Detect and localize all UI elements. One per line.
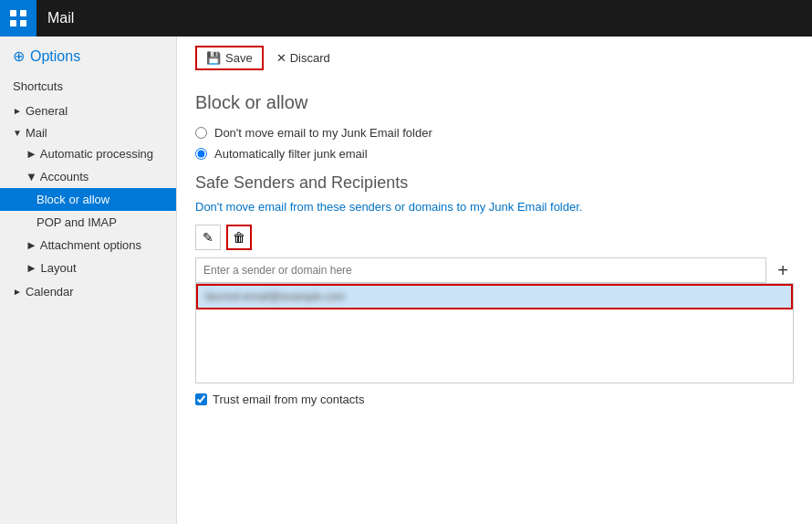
arrow-icon-layout: ► xyxy=(26,261,37,275)
radio-option-auto-filter: Automatically filter junk email xyxy=(195,147,794,161)
sidebar-auto-label: Automatic processing xyxy=(40,147,153,161)
arrow-icon-attach: ► xyxy=(26,238,37,252)
sidebar-item-accounts[interactable]: ▼ Accounts xyxy=(0,165,176,188)
radio-dont-move[interactable] xyxy=(195,127,207,139)
pencil-icon: ✎ xyxy=(203,230,213,245)
icon-row: ✎ 🗑 xyxy=(195,225,794,250)
section-title: Block or allow xyxy=(195,92,794,113)
save-label: Save xyxy=(225,51,253,65)
toolbar: 💾 Save ✕ Discard xyxy=(195,37,794,83)
arrow-icon-calendar: ► xyxy=(13,287,22,297)
edit-button[interactable]: ✎ xyxy=(195,225,221,250)
arrow-icon-mail: ▼ xyxy=(13,128,22,138)
apps-grid-button[interactable] xyxy=(0,0,36,37)
discard-x-icon: ✕ xyxy=(276,51,286,65)
sidebar: ⊕ Options Shortcuts ► General ▼ Mail ► A… xyxy=(0,37,177,524)
sidebar-accounts-label: Accounts xyxy=(40,170,88,183)
add-sender-button[interactable]: + xyxy=(772,259,794,281)
trust-contacts-checkbox[interactable] xyxy=(195,393,207,405)
sender-list[interactable]: blurred-email@example.com xyxy=(195,283,794,383)
app-title: Mail xyxy=(36,10,74,26)
svg-rect-1 xyxy=(20,10,26,16)
sidebar-general-label: General xyxy=(26,104,68,118)
main-layout: ⊕ Options Shortcuts ► General ▼ Mail ► A… xyxy=(0,37,812,524)
arrow-icon-general: ► xyxy=(13,106,22,116)
trust-contacts-label[interactable]: Trust email from my contacts xyxy=(213,393,364,406)
sidebar-block-label: Block or allow xyxy=(36,193,109,206)
back-icon: ⊕ xyxy=(13,47,25,65)
delete-button[interactable]: 🗑 xyxy=(226,225,252,250)
sidebar-item-block-or-allow[interactable]: Block or allow xyxy=(0,188,176,211)
safe-senders-title: Safe Senders and Recipients xyxy=(195,173,794,193)
svg-rect-0 xyxy=(10,10,16,16)
svg-rect-3 xyxy=(20,20,26,26)
save-icon: 💾 xyxy=(206,51,221,65)
input-row: + xyxy=(195,257,794,283)
radio-dont-move-label[interactable]: Don't move email to my Junk Email folder xyxy=(214,126,432,140)
sidebar-header[interactable]: ⊕ Options xyxy=(0,37,176,74)
sidebar-item-layout[interactable]: ► Layout xyxy=(0,257,176,279)
sidebar-mail-label: Mail xyxy=(26,126,47,140)
sender-email: blurred-email@example.com xyxy=(205,290,346,303)
sidebar-item-attachment-options[interactable]: ► Attachment options xyxy=(0,234,176,257)
radio-auto-filter-label[interactable]: Automatically filter junk email xyxy=(214,147,368,161)
sidebar-item-shortcuts[interactable]: Shortcuts xyxy=(0,74,176,99)
sender-list-item[interactable]: blurred-email@example.com xyxy=(196,284,793,309)
sidebar-item-general[interactable]: ► General xyxy=(0,99,176,121)
sidebar-item-mail[interactable]: ▼ Mail xyxy=(0,121,176,142)
main-content: 💾 Save ✕ Discard Block or allow Don't mo… xyxy=(177,37,812,524)
sidebar-layout-label: Layout xyxy=(41,261,77,275)
junk-filter-options: Don't move email to my Junk Email folder… xyxy=(195,126,794,161)
safe-senders-desc: Don't move email from these senders or d… xyxy=(195,200,794,214)
sidebar-calendar-label: Calendar xyxy=(26,285,74,299)
trash-icon: 🗑 xyxy=(233,230,245,245)
svg-rect-2 xyxy=(10,20,16,26)
save-button[interactable]: 💾 Save xyxy=(195,46,264,70)
sender-input[interactable] xyxy=(195,257,766,283)
radio-auto-filter[interactable] xyxy=(195,148,207,160)
sidebar-item-automatic-processing[interactable]: ► Automatic processing xyxy=(0,142,176,165)
sidebar-shortcuts-label: Shortcuts xyxy=(13,79,63,93)
discard-label: Discard xyxy=(290,51,330,65)
sidebar-item-calendar[interactable]: ► Calendar xyxy=(0,279,176,301)
arrow-icon-auto: ► xyxy=(26,147,37,161)
arrow-icon-accounts: ▼ xyxy=(26,170,37,183)
top-bar: Mail xyxy=(0,0,812,37)
discard-button[interactable]: ✕ Discard xyxy=(267,47,339,68)
sidebar-options-label: Options xyxy=(30,48,80,65)
sidebar-attach-label: Attachment options xyxy=(40,238,141,252)
sidebar-item-pop-imap[interactable]: POP and IMAP xyxy=(0,211,176,234)
trust-contacts-row: Trust email from my contacts xyxy=(195,393,794,406)
sidebar-pop-label: POP and IMAP xyxy=(36,215,117,229)
radio-option-dont-move: Don't move email to my Junk Email folder xyxy=(195,126,794,140)
